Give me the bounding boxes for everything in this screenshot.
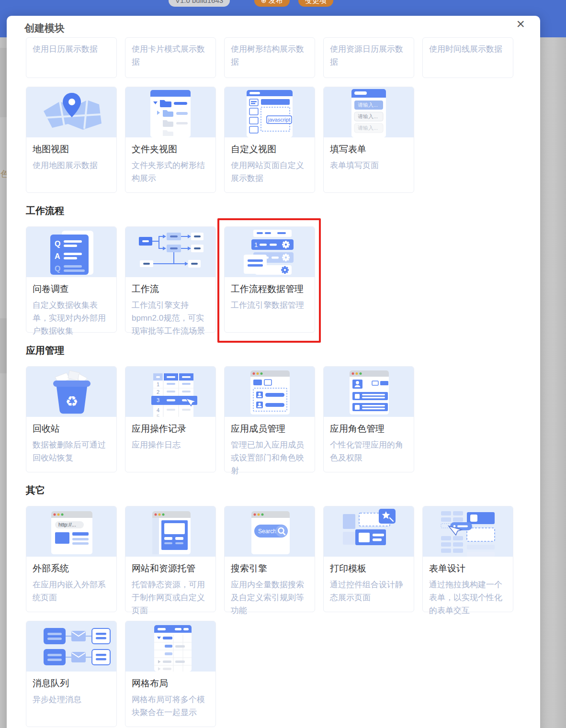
module-card[interactable]: 使用时间线展示数据 xyxy=(422,37,513,78)
map-icon xyxy=(26,87,116,137)
card-desc: 应用操作日志 xyxy=(132,438,209,451)
card-title: 填写表单 xyxy=(330,143,408,156)
survey-icon: QAQ xyxy=(26,227,116,277)
card-title: 网站和资源托管 xyxy=(132,562,209,575)
svg-text:1: 1 xyxy=(157,381,159,387)
module-card[interactable]: 打印模板通过控件组合设计静态展示页面 xyxy=(323,506,414,612)
svg-text:javascript: javascript xyxy=(268,117,290,123)
card-title: 应用操作记录 xyxy=(132,423,209,435)
dimmed-band xyxy=(0,318,7,373)
recycle-bin-icon: ♻ xyxy=(26,367,116,417)
module-card[interactable]: http://...外部系统在应用内嵌入外部系统页面 xyxy=(26,506,117,612)
section-title: 应用管理 xyxy=(26,344,513,357)
module-card[interactable]: 使用卡片模式展示数据 xyxy=(125,37,216,78)
card-desc: 托管静态资源，可用于制作网页或自定义页面 xyxy=(132,578,209,617)
form-fill-icon: 请输入...请输入...请输入... xyxy=(324,87,414,137)
card-title: 消息队列 xyxy=(33,677,110,690)
card-desc: 通过控件组合设计静态展示页面 xyxy=(330,578,408,604)
svg-text:A: A xyxy=(55,252,60,260)
card-grid: http://...外部系统在应用内嵌入外部系统页面网站和资源托管托管静态资源，… xyxy=(26,506,513,727)
card-title: 回收站 xyxy=(33,423,110,435)
module-card[interactable]: 应用角色管理个性化管理应用的角色及权限 xyxy=(323,366,414,472)
module-card[interactable]: 文件夹视图文件夹形式的树形结构展示 xyxy=(125,87,216,193)
card-desc: 异步处理消息 xyxy=(33,693,110,706)
module-card[interactable]: 工作流工作流引擎支持bpmn2.0规范，可实现审批等工作流场景 xyxy=(125,226,216,333)
module-card[interactable]: QAQ问卷调查自定义数据收集表单，实现对内外部用户数据收集 xyxy=(26,226,117,333)
module-card[interactable]: 请输入...请输入...请输入...填写表单表单填写页面 xyxy=(323,87,414,193)
svg-text:3: 3 xyxy=(157,397,159,403)
svg-text:2: 2 xyxy=(157,389,159,395)
module-card[interactable]: 消息队列异步处理消息 xyxy=(26,621,117,727)
card-desc: 使用资源日历展示数据 xyxy=(330,43,408,68)
card-desc: 使用卡片模式展示数据 xyxy=(132,43,209,68)
module-card[interactable]: ♻回收站数据被删除后可通过回收站恢复 xyxy=(26,366,117,472)
external-system-icon: http://... xyxy=(26,506,116,557)
card-desc: 数据被删除后可通过回收站恢复 xyxy=(33,438,110,464)
module-card[interactable]: 网站和资源托管托管静态资源，可用于制作网页或自定义页面 xyxy=(125,506,216,612)
svg-text:http://...: http://... xyxy=(58,522,76,527)
module-card[interactable]: javascript自定义视图使用网站页面自定义展示数据 xyxy=(224,87,315,193)
card-title: 文件夹视图 xyxy=(132,143,209,156)
svg-text:5: 5 xyxy=(157,414,159,417)
card-desc: 使用时间线展示数据 xyxy=(429,43,507,56)
card-desc: 通过拖拉拽构建一个表单，以实现个性化的表单交互 xyxy=(429,578,507,617)
module-card[interactable]: 网格布局网格布局可将多个模块聚合在一起显示 xyxy=(125,621,216,727)
svg-text:♻: ♻ xyxy=(66,393,79,409)
card-desc: 在应用内嵌入外部系统页面 xyxy=(33,578,110,604)
dimmed-band xyxy=(0,48,7,117)
svg-text:1: 1 xyxy=(254,241,258,248)
card-desc: 网格布局可将多个模块聚合在一起显示 xyxy=(132,693,209,719)
changes-button[interactable]: 变更项 xyxy=(298,0,333,7)
section-title: 其它 xyxy=(26,484,513,497)
module-card[interactable]: Search...搜索引擎应用内全量数据搜索及自定义索引规则等功能 xyxy=(224,506,315,612)
dimmed-right-edge xyxy=(540,37,566,728)
version-badge: V1.0 build1643 xyxy=(169,0,230,7)
print-template-icon xyxy=(324,506,414,557)
svg-text:请输入...: 请输入... xyxy=(358,102,378,108)
message-queue-icon xyxy=(26,621,116,672)
card-title: 搜索引擎 xyxy=(231,562,308,575)
svg-text:请输入...: 请输入... xyxy=(358,125,378,131)
module-card[interactable]: 12453应用操作记录应用操作日志 xyxy=(125,366,216,472)
card-title: 应用成员管理 xyxy=(231,423,308,435)
module-card[interactable]: 12工作流程数据管理工作流引擎数据管理 xyxy=(224,226,315,333)
modal-content: 使用日历展示数据使用卡片模式展示数据使用树形结构展示数据使用资源日历展示数据使用… xyxy=(7,37,540,728)
card-title: 地图视图 xyxy=(33,143,110,156)
page-background: V1.0 build1643 ⊕发布 变更项 色 创建模块 × 使用日历展示数据… xyxy=(0,0,566,728)
module-card[interactable]: 使用树形结构展示数据 xyxy=(224,37,315,78)
module-card[interactable]: 应用成员管理管理已加入应用成员或设置部门和角色映射 xyxy=(224,366,315,472)
publish-button[interactable]: ⊕发布 xyxy=(254,0,290,7)
card-desc: 工作流引擎支持bpmn2.0规范，可实现审批等工作流场景 xyxy=(132,299,209,337)
card-desc: 工作流引擎数据管理 xyxy=(231,299,308,312)
card-desc: 个性化管理应用的角色及权限 xyxy=(330,438,408,464)
card-grid: ♻回收站数据被删除后可通过回收站恢复12453应用操作记录应用操作日志应用成员管… xyxy=(26,366,513,472)
modal-header: 创建模块 × xyxy=(7,16,540,37)
card-desc: 使用地图展示数据 xyxy=(33,159,110,172)
svg-text:Q: Q xyxy=(55,265,60,273)
card-title: 问卷调查 xyxy=(33,283,110,295)
dimmed-left-edge: 色 xyxy=(0,37,7,728)
search-engine-icon: Search... xyxy=(225,506,315,557)
grid-layout-icon xyxy=(125,621,215,672)
card-title: 工作流 xyxy=(132,283,209,295)
module-card[interactable]: 使用日历展示数据 xyxy=(26,37,117,78)
web-hosting-icon xyxy=(125,506,215,557)
folder-tree-icon xyxy=(125,87,215,137)
card-desc: 应用内全量数据搜索及自定义索引规则等功能 xyxy=(231,578,308,617)
svg-text:请输入...: 请输入... xyxy=(358,113,378,119)
section-title: 工作流程 xyxy=(26,204,513,217)
operation-log-icon: 12453 xyxy=(125,367,215,417)
workflow-icon xyxy=(125,227,215,277)
card-desc: 自定义数据收集表单，实现对内外部用户数据收集 xyxy=(33,299,110,337)
svg-text:Q: Q xyxy=(55,240,60,248)
module-card[interactable]: 地图视图使用地图展示数据 xyxy=(26,87,117,193)
close-icon[interactable]: × xyxy=(516,17,525,31)
card-desc: 使用日历展示数据 xyxy=(33,43,110,56)
publish-label: 发布 xyxy=(269,0,283,4)
card-desc: 文件夹形式的树形结构展示 xyxy=(132,159,209,185)
form-design-icon xyxy=(423,506,513,557)
module-card[interactable]: 表单设计通过拖拉拽构建一个表单，以实现个性化的表单交互 xyxy=(422,506,513,612)
card-title: 网格布局 xyxy=(132,677,209,690)
card-desc: 表单填写页面 xyxy=(330,159,408,172)
module-card[interactable]: 使用资源日历展示数据 xyxy=(323,37,414,78)
